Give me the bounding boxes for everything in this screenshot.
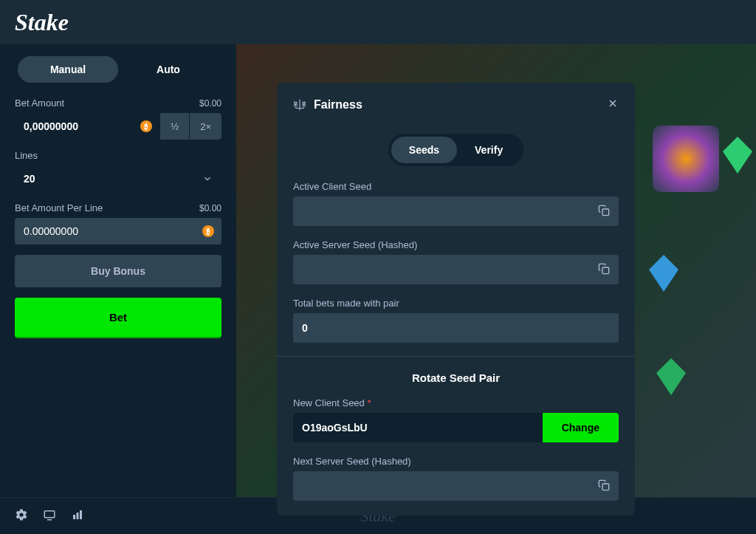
bet-amount-input[interactable]: [15, 113, 159, 140]
bitcoin-icon: ₿: [140, 120, 152, 132]
per-line-usd: $0.00: [199, 203, 221, 213]
svg-rect-8: [602, 267, 609, 274]
lines-label: Lines: [15, 150, 38, 161]
per-line-amount: 0.00000000: [24, 225, 78, 237]
per-line-row: Bet Amount Per Line $0.00: [15, 202, 221, 213]
total-bets-row: [293, 313, 619, 343]
close-button[interactable]: [607, 96, 619, 113]
per-line-value: 0.00000000 ₿: [15, 218, 221, 244]
next-server-seed-label: Next Server Seed (Hashed): [293, 456, 619, 467]
next-server-seed-row: [293, 471, 619, 501]
chart-icon: [71, 508, 84, 521]
bitcoin-icon: ₿: [202, 225, 214, 237]
modal-title-wrap: Fairness: [293, 98, 362, 112]
gem-blue-icon: [645, 251, 682, 295]
verify-tab[interactable]: Verify: [457, 137, 520, 163]
active-client-seed-row: [293, 196, 619, 226]
per-line-label: Bet Amount Per Line: [15, 202, 103, 213]
bet-amount-label: Bet Amount: [15, 97, 64, 109]
svg-rect-14: [80, 510, 82, 519]
svg-marker-1: [649, 255, 678, 292]
gear-icon: [15, 508, 28, 521]
divider: [277, 356, 635, 357]
gem-green-icon: [653, 355, 690, 399]
theatre-mode-button[interactable]: [43, 508, 56, 524]
svg-rect-12: [73, 515, 75, 519]
svg-marker-2: [656, 358, 686, 395]
svg-rect-7: [602, 209, 609, 216]
screen-icon: [43, 508, 56, 521]
fairness-modal: Fairness Seeds Verify Active Client Seed…: [277, 83, 635, 516]
bet-button[interactable]: Bet: [15, 298, 221, 337]
logo[interactable]: Stake: [15, 9, 69, 36]
total-bets-label: Total bets made with pair: [293, 298, 619, 309]
buy-bonus-button[interactable]: Buy Bonus: [15, 255, 221, 287]
active-server-seed-label: Active Server Seed (Hashed): [293, 239, 619, 250]
next-server-seed-input[interactable]: [293, 471, 589, 501]
modal-body: Active Client Seed Active Server Seed (H…: [277, 181, 635, 501]
rotate-title: Rotate Seed Pair: [293, 372, 619, 384]
settings-button[interactable]: [15, 508, 28, 524]
scales-icon: [293, 98, 306, 112]
bet-amount-input-group: ₿ ½ 2×: [15, 113, 221, 140]
modal-title: Fairness: [314, 98, 362, 112]
svg-rect-13: [77, 513, 79, 519]
new-client-seed-row: Change: [293, 413, 619, 442]
change-button[interactable]: Change: [543, 413, 619, 442]
svg-marker-0: [723, 137, 752, 174]
copy-icon: [598, 479, 610, 491]
active-server-seed-row: [293, 255, 619, 284]
stats-button[interactable]: [71, 508, 84, 524]
half-button[interactable]: ½: [159, 113, 189, 140]
active-client-seed-label: Active Client Seed: [293, 181, 619, 192]
manual-mode-button[interactable]: Manual: [18, 56, 118, 83]
new-client-seed-input[interactable]: [293, 413, 543, 442]
copy-icon: [598, 205, 610, 216]
copy-next-server-seed-button[interactable]: [589, 472, 619, 501]
double-button[interactable]: 2×: [189, 113, 221, 140]
close-icon: [607, 97, 619, 109]
auto-mode-button[interactable]: Auto: [118, 56, 219, 83]
bet-amount-input-wrapper: ₿: [15, 113, 159, 140]
gem-green-icon: [719, 133, 756, 177]
new-client-seed-label: New Client Seed *: [293, 397, 619, 408]
sidebar: Manual Auto Bet Amount $0.00 ₿ ½ 2× Line…: [0, 44, 236, 497]
lines-select-wrapper: 20: [15, 165, 221, 192]
seeds-tab[interactable]: Seeds: [391, 137, 457, 163]
modal-header: Fairness: [277, 83, 635, 126]
lines-select[interactable]: 20: [15, 165, 221, 192]
bet-amount-usd: $0.00: [199, 98, 221, 109]
copy-icon: [598, 263, 610, 275]
lines-row: Lines: [15, 150, 221, 161]
total-bets-input: [293, 313, 619, 343]
copy-client-seed-button[interactable]: [589, 197, 619, 226]
active-client-seed-input[interactable]: [293, 196, 589, 226]
required-indicator: *: [367, 397, 371, 408]
modal-tabs: Seeds Verify: [388, 134, 523, 166]
copy-server-seed-button[interactable]: [589, 256, 619, 284]
active-server-seed-input[interactable]: [293, 255, 589, 284]
header: Stake: [0, 0, 756, 44]
mode-toggle: Manual Auto: [15, 53, 221, 86]
svg-rect-9: [602, 484, 609, 490]
svg-rect-10: [44, 510, 55, 517]
bet-amount-row: Bet Amount $0.00: [15, 97, 221, 109]
wheel-icon: [653, 126, 719, 192]
